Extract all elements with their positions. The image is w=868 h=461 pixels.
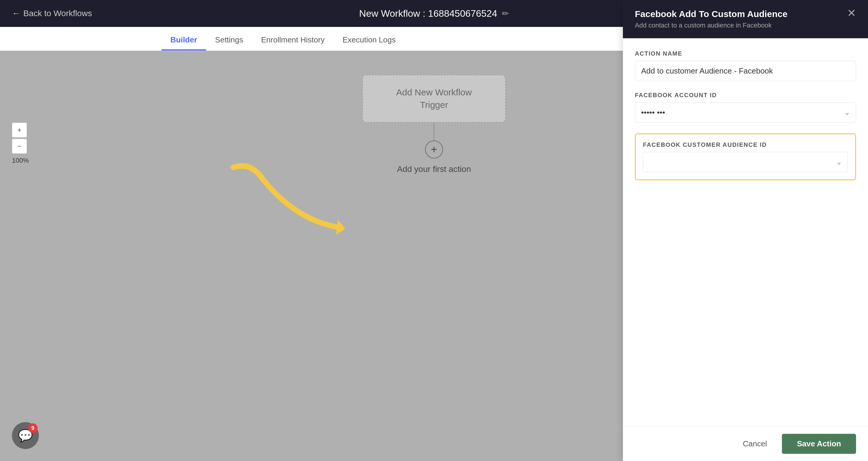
tab-builder[interactable]: Builder: [161, 35, 206, 51]
back-arrow-icon: ←: [12, 9, 20, 18]
zoom-in-button[interactable]: +: [12, 123, 27, 137]
action-name-input[interactable]: [635, 61, 856, 81]
action-label: Add your first action: [397, 164, 471, 174]
back-label: Back to Workflows: [23, 9, 92, 18]
chat-widget[interactable]: 💬 9: [12, 422, 39, 449]
action-name-group: ACTION NAME: [635, 50, 856, 81]
tab-enrollment[interactable]: Enrollment History: [252, 35, 334, 51]
panel-title: Facebook Add To Custom Audience: [635, 9, 787, 19]
edit-icon[interactable]: ✏: [502, 9, 509, 19]
zoom-out-button[interactable]: −: [12, 139, 27, 154]
connector-line: [434, 123, 434, 141]
fb-audience-id-select[interactable]: [643, 152, 848, 172]
add-icon: +: [431, 143, 437, 156]
panel-header-content: Facebook Add To Custom Audience Add cont…: [635, 9, 787, 29]
trigger-text: Add New Workflow Trigger: [396, 86, 472, 111]
panel-subtitle: Add contact to a custom audience in Face…: [635, 22, 787, 29]
workflow-title: New Workflow : 1688450676524 ✏: [359, 8, 509, 19]
tab-settings[interactable]: Settings: [206, 35, 252, 51]
add-action-button[interactable]: +: [425, 141, 443, 158]
action-name-label: ACTION NAME: [635, 50, 856, 57]
panel-header: Facebook Add To Custom Audience Add cont…: [623, 0, 868, 38]
yellow-arrow: [227, 155, 347, 245]
panel-footer: Cancel Save Action: [623, 426, 868, 461]
zoom-controls: + − 100%: [12, 123, 29, 164]
fb-audience-id-group-highlighted: FACEBOOK CUSTOMER AUDIENCE ID: [635, 133, 856, 180]
chat-badge: 9: [28, 423, 38, 433]
trigger-box[interactable]: Add New Workflow Trigger: [362, 75, 506, 123]
fb-audience-id-label: FACEBOOK CUSTOMER AUDIENCE ID: [643, 142, 848, 148]
fb-audience-id-wrapper: [643, 152, 848, 172]
right-panel: Facebook Add To Custom Audience Add cont…: [623, 0, 868, 461]
svg-marker-0: [336, 220, 345, 235]
panel-body: ACTION NAME FACEBOOK ACCOUNT ID ••••• ••…: [623, 38, 868, 426]
fb-account-id-label: FACEBOOK ACCOUNT ID: [635, 92, 856, 99]
back-link[interactable]: ← Back to Workflows: [12, 9, 92, 18]
workflow-title-text: New Workflow : 1688450676524: [359, 8, 497, 19]
fb-account-id-wrapper: ••••• •••: [635, 102, 856, 123]
save-action-button[interactable]: Save Action: [782, 434, 856, 454]
zoom-level: 100%: [12, 157, 29, 164]
fb-account-id-select[interactable]: ••••• •••: [635, 102, 856, 123]
canvas-content: Add New Workflow Trigger + Add your firs…: [362, 75, 506, 174]
cancel-button[interactable]: Cancel: [734, 434, 776, 453]
fb-account-id-group: FACEBOOK ACCOUNT ID ••••• •••: [635, 92, 856, 123]
tab-execution[interactable]: Execution Logs: [334, 35, 405, 51]
close-button[interactable]: ✕: [847, 8, 856, 19]
